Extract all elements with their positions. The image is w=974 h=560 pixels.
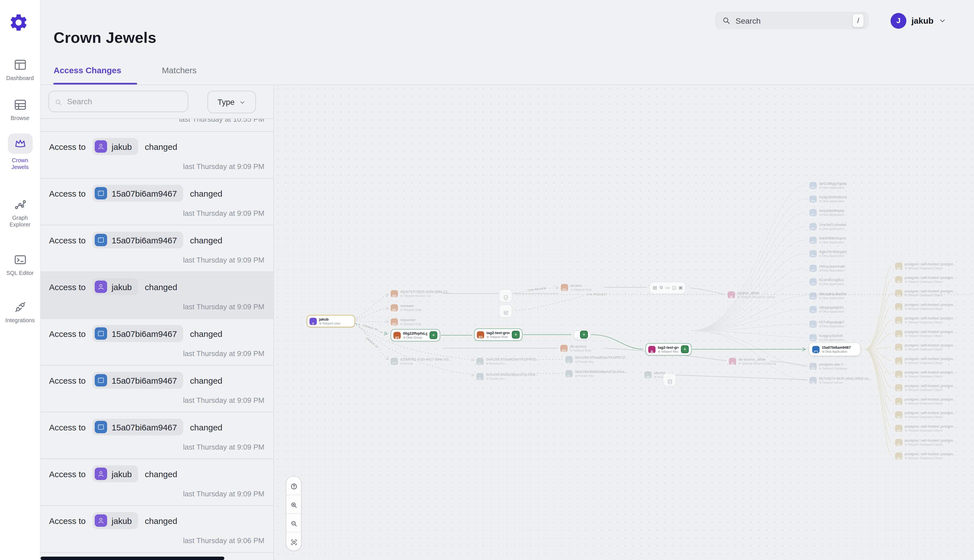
graph-node-requester[interactable]: requester⚙Teleport Role [390, 318, 422, 326]
graph-node-postgres-self-hosted-pos[interactable]: postgres::self-hosted::postgre...⚙Telepo… [895, 330, 956, 338]
graph-node-sha256-bn5kdbpvut7prjvox[interactable]: SHA256:BN5kDBpvUt7prJVox...⚙Private Key [565, 370, 627, 378]
dashboard-icon [13, 58, 27, 72]
graph-node-sliders[interactable] [499, 304, 512, 318]
window-icon [809, 182, 817, 189]
graph-node-45cb747f-5025-430e-88fa-[interactable]: 45cb747f-5025-430e-88fa-21...⚙Teleport A… [390, 290, 450, 298]
graph-node-postgres-self-hosted-pos[interactable]: postgres::self-hosted::postgre...⚙Telepo… [895, 275, 956, 284]
graph-node-group[interactable]: ▤⚙▭◫▣ [649, 282, 686, 294]
graph-node-5v3gz9m0e9tzo4[interactable]: 5v3gz9m0e9tzo4⚙Okta Application [809, 195, 847, 203]
graph-node-postgres-dev-2[interactable]: postgres-dev-2⚙Teleport Database [809, 362, 847, 371]
sidebar-item-integrations[interactable]: Integrations [0, 300, 40, 324]
graph-node-00g22ffvpfslgceuw0h8[interactable]: 00g22ffvpfsLgcEUW0h8⚙Okta Group+ [390, 329, 440, 342]
header: Crown Jewels Access ChangesMatchers Sear… [40, 0, 974, 85]
graph-node-4xqvjxbp6ktpkp[interactable]: 4xqvjxbp6ktpkp⚙Okta Application [809, 208, 844, 217]
help-button[interactable] [286, 477, 301, 495]
graph-node-sha256-9tbomodnykopr7z-[interactable]: SHA256:9TboMOdnYKOPR7Z...⚙Private Key [476, 357, 539, 366]
access-change-row[interactable]: Access to 15a07bi6am9467 changed last Th… [40, 412, 274, 459]
sidebar-item-crown-jewels[interactable]: Crown Jewels [0, 133, 40, 171]
entity-chip[interactable]: 15a07bi6am9467 [92, 372, 183, 389]
graph-node-sha256-bn5kdbpvut7prjvox[interactable]: SHA256:BN5kDBpvUt7prJVox...⚙Private Key [476, 372, 538, 381]
row-timestamp: last Thursday at 9:09 PM [183, 256, 264, 264]
expand-node-button[interactable]: + [430, 331, 437, 339]
graph-node-h57vl9qzqbajb7[interactable]: h57vl9qzqbajb7⚙Okta Application [809, 320, 845, 328]
graph-node-3p42d6tgq7qp8q[interactable]: 3p42d6tgq7qp8q⚙Okta Application [809, 182, 847, 190]
graph-node-6bkdq84y3ka55s[interactable]: 6bkdq84y3ka55s⚙Okta Application [809, 292, 847, 300]
graph-node-5uqgjsy3axlsl0[interactable]: 5uqgjsy3axlsl0⚙Okta Application [809, 333, 844, 342]
sidebar-item-label: Integrations [3, 317, 37, 324]
graph-node-postgres-self-hosted-pos[interactable]: postgres::self-hosted::postgre...⚙Telepo… [895, 438, 956, 447]
expand-node-button[interactable]: + [681, 345, 689, 353]
sidebar-item-dashboard[interactable]: Dashboard [0, 58, 40, 82]
access-change-row[interactable]: Access to jakub changed last Thursday at… [40, 132, 274, 178]
graph-node-d20b9781-fcd3-4417-b94c-[interactable]: d20b9781-fcd3-4417-b94c-63...⚙Device [390, 357, 452, 366]
entity-chip[interactable]: jakub [92, 512, 138, 529]
graph-node-postgres-self-hosted-pos[interactable]: postgres::self-hosted::postgre...⚙Telepo… [895, 316, 956, 325]
entity-chip[interactable]: jakub [92, 278, 138, 295]
graph-node-4qjkx0hn6degqm[interactable]: 4qjkx0hn6degqm⚙Okta Application [809, 250, 847, 258]
panel-search-input[interactable]: Search [48, 91, 188, 112]
sidebar-item-graph-explorer[interactable]: Graph Explorer [0, 198, 40, 228]
horizontal-scrollbar[interactable] [41, 557, 224, 560]
graph-node-postgres-self-hosted-pos[interactable]: postgres::self-hosted::postgre...⚙Telepo… [895, 357, 956, 365]
edge-label: CAN REQUEST [585, 293, 609, 296]
graph-node-reviewer[interactable]: reviewer⚙Teleport Role [390, 304, 422, 312]
graph-node-5ok8f4i9b41qmc[interactable]: 5ok8f4i9b41qmc⚙Okta Application [809, 236, 846, 245]
expand-node-button[interactable]: + [512, 331, 520, 338]
graph-node-postgres-self-hosted-pos[interactable]: postgres::self-hosted::postgre...⚙Telepo… [895, 424, 956, 433]
entity-chip[interactable]: jakub [92, 465, 138, 482]
graph-node-group[interactable]: + [574, 330, 591, 340]
sidebar-item-sql-editor[interactable]: SQL Editor [0, 253, 40, 277]
access-change-row[interactable]: Access to jakub changed last Thursday at… [40, 459, 274, 506]
graph-node-postgres-self-hosted-pos[interactable]: postgres::self-hosted::postgre...⚙Telepo… [895, 411, 956, 419]
app-logo-gear-icon[interactable] [8, 12, 29, 33]
graph-node-db-access[interactable]: db-access⚙Teleport Role [560, 344, 591, 353]
graph-node-postgres-self-hosted-pos[interactable]: postgres::self-hosted::postgre...⚙Telepo… [895, 397, 956, 406]
graph-node-postgres-self-hosted-pos[interactable]: postgres::self-hosted::postgre...⚙Telepo… [895, 262, 956, 270]
graph-node-postgres-self-hosted-pos[interactable]: postgres::self-hosted::postgre...⚙Telepo… [895, 370, 956, 378]
entity-chip[interactable]: jakub [92, 138, 138, 155]
doc-icon [895, 303, 902, 310]
zoom-out-button[interactable] [286, 514, 301, 532]
graph-node-postgres-self-hosted-pos[interactable]: postgres::self-hosted::postgre...⚙Telepo… [895, 289, 956, 297]
graph-node-postgres-self-hosted-pos[interactable]: postgres::self-hosted::postgre...⚙Telepo… [895, 452, 956, 460]
graph-node-shield[interactable] [499, 289, 512, 303]
tab-access-changes[interactable]: Access Changes [53, 65, 137, 85]
graph-node-tag2-test-group-access-[interactable]: tag2-test-group-access-...⚙Teleport Reso… [645, 343, 692, 355]
entity-chip[interactable]: 15a07bi6am9467 [92, 185, 183, 202]
graph-node-b57c4374-5630-48a2-8583-[interactable]: b57c4374-5630-48a2-8583-ca...⚙Teleport S… [809, 376, 871, 385]
entity-chip[interactable]: 15a07bi6am9467 [92, 232, 183, 248]
access-change-row[interactable]: Access to jakub changed last Thursday at… [40, 272, 274, 319]
fit-view-button[interactable] [286, 532, 301, 550]
access-change-row[interactable]: Access to jakub changed last Thursday at… [40, 506, 274, 553]
zoom-in-button[interactable] [286, 495, 301, 514]
graph-node-db-access-allow[interactable]: db-access_allow⚙Teleport Resource Group [729, 357, 776, 366]
access-change-row[interactable]: Access to 15a07bi6am9467 changed last Th… [40, 178, 274, 225]
user-menu[interactable]: J jakub [891, 12, 946, 29]
graph-node-postgres-self-hosted-pos[interactable]: postgres::self-hosted::postgre...⚙Telepo… [895, 384, 956, 392]
graph-node-2k6sycjspmhaib[interactable]: 2k6sycjspmhaib⚙Okta Application [809, 264, 845, 273]
access-changes-panel: Search Type last Thursday at 10:55 PM Ac… [40, 85, 274, 560]
type-filter-dropdown[interactable]: Type [207, 91, 256, 113]
entity-chip[interactable]: 15a07bi6am9467 [92, 418, 183, 435]
graph-node-tag2-test-group-access-[interactable]: tag2-test-group-access-...⚙Teleport Role… [474, 328, 522, 341]
access-change-row[interactable]: Access to 15a07bi6am9467 changed last Th… [40, 225, 274, 272]
graph-node-postgres-self-hosted-pos[interactable]: postgres::self-hosted::postgre...⚙Telepo… [895, 343, 956, 352]
entity-chip[interactable]: 15a07bi6am9467 [92, 325, 183, 342]
sidebar-item-browse[interactable]: Browse [0, 98, 40, 122]
graph-node-jakub[interactable]: jakub⚙Teleport User [307, 315, 355, 327]
graph-node-access[interactable]: access⚙Teleport Role [561, 283, 592, 292]
graph-node-36hpjhqebj54t1[interactable]: 36hpjhqebj54t1⚙Okta Application [809, 305, 844, 314]
graph-node-db[interactable] [663, 373, 676, 387]
graph-node-access-allow[interactable]: access_allow⚙Teleport Resource Group [728, 291, 775, 299]
tab-matchers[interactable]: Matchers [162, 65, 199, 85]
graph-node-51olr4611lg9o2[interactable]: 51olr4611lg9o2⚙Okta Application [809, 278, 844, 286]
access-change-row-partial[interactable]: last Thursday at 10:55 PM [40, 119, 274, 132]
access-change-row[interactable]: Access to 15a07bi6am9467 changed last Th… [40, 366, 274, 412]
graph-node-sha256-9tbomodnykopr7z-[interactable]: SHA256:9TboMOdnYKOPR7Z...⚙Private Key [565, 355, 628, 364]
graph-node-15a07bi6am9467[interactable]: 15a07bi6am9467⚙Okta Application [809, 343, 860, 355]
graph-node-postgres-self-hosted-pos[interactable]: postgres::self-hosted::postgre...⚙Telepo… [895, 303, 956, 311]
global-search-input[interactable]: Search / [715, 12, 869, 29]
access-change-row[interactable]: Access to 15a07bi6am9467 changed last Th… [40, 319, 274, 366]
graph-node-2me3e01stnwike[interactable]: 2me3e01stnwike⚙Okta Application [809, 223, 847, 231]
access-graph-canvas[interactable]: jakub⚙Teleport User00g22ffvpfsLgcEUW0h8⚙… [274, 85, 974, 560]
